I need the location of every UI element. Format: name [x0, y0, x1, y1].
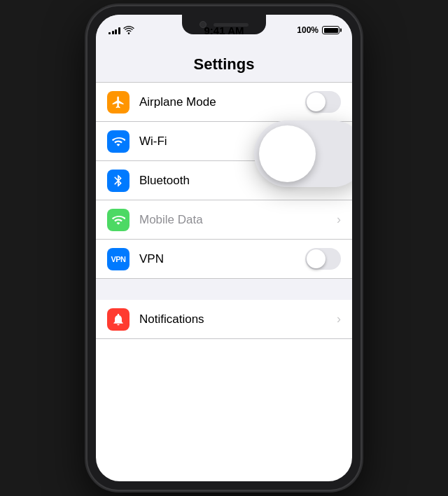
- signal-bar-1: [108, 32, 111, 34]
- vpn-icon-container: VPN: [107, 248, 130, 270]
- mobile-data-chevron: ›: [337, 212, 341, 227]
- battery-fill: [324, 28, 338, 33]
- notifications-icon-container: [107, 308, 130, 331]
- signal-bar-2: [112, 31, 114, 34]
- airplane-mode-toggle-thumb: [307, 92, 326, 111]
- mobile-data-label: Mobile Data: [139, 213, 337, 227]
- notifications-right: ›: [337, 312, 341, 326]
- vpn-row[interactable]: VPN VPN: [96, 240, 352, 279]
- large-toggle-thumb: [259, 125, 316, 182]
- airplane-mode-toggle[interactable]: [305, 91, 341, 113]
- screen: 9:41 AM 100% Settings Airplane Mode: [96, 15, 352, 481]
- section-divider: [96, 279, 352, 300]
- mobile-data-row[interactable]: Mobile Data ›: [96, 200, 352, 240]
- phone-frame: 9:41 AM 100% Settings Airplane Mode: [88, 6, 360, 490]
- mobile-data-icon-container: [107, 209, 130, 231]
- signal-bar-4: [118, 27, 120, 34]
- vpn-toggle[interactable]: [305, 248, 341, 270]
- settings-list: Airplane Mode Wi-Fi ›: [96, 83, 352, 279]
- status-right: 100%: [297, 25, 340, 35]
- battery-icon: [322, 26, 340, 34]
- notifications-icon: [111, 312, 125, 326]
- vpn-badge: VPN: [106, 254, 130, 265]
- wifi-icon: [123, 26, 134, 34]
- notifications-label: Notifications: [139, 312, 337, 326]
- wifi-row-icon: [111, 135, 125, 149]
- bluetooth-icon-container: [107, 170, 130, 192]
- airplane-mode-label: Airplane Mode: [139, 95, 305, 109]
- cellular-icon: [111, 213, 125, 227]
- status-bar: 9:41 AM 100%: [96, 15, 352, 46]
- airplane-mode-row[interactable]: Airplane Mode: [96, 83, 352, 122]
- airplane-icon: [111, 95, 125, 109]
- time-display: 9:41 AM: [204, 25, 244, 36]
- battery-percent: 100%: [297, 25, 318, 35]
- large-toggle-overlay[interactable]: [254, 120, 352, 187]
- bluetooth-icon: [111, 174, 125, 188]
- vpn-toggle-thumb: [307, 249, 326, 268]
- vpn-label: VPN: [139, 252, 305, 266]
- signal-bar-3: [115, 29, 117, 34]
- mobile-data-right: ›: [337, 212, 341, 227]
- status-left: [108, 26, 134, 34]
- airplane-mode-icon-container: [107, 91, 130, 113]
- notifications-chevron: ›: [337, 312, 341, 326]
- notifications-row[interactable]: Notifications ›: [96, 300, 352, 339]
- signal-icon: [108, 26, 120, 34]
- wifi-row-icon-container: [107, 130, 130, 153]
- page-title: Settings: [96, 46, 352, 83]
